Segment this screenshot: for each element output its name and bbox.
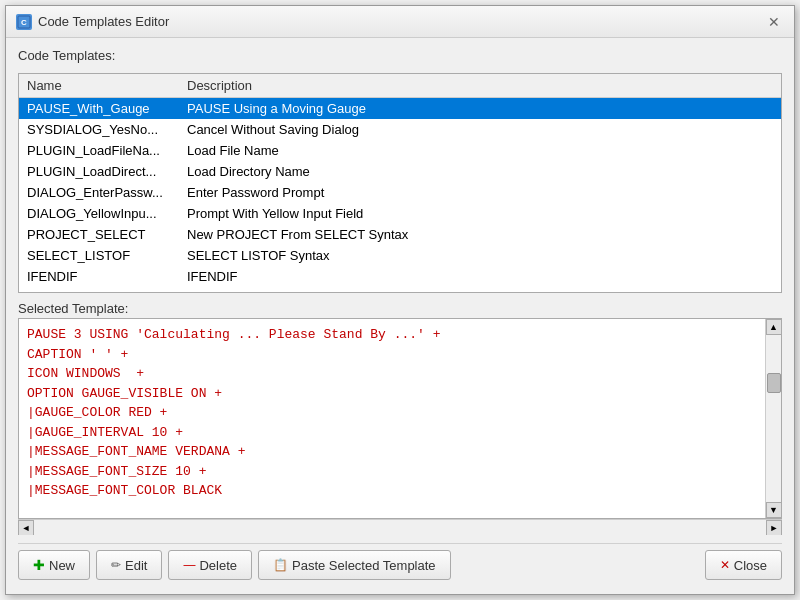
selected-template-section: Selected Template: PAUSE 3 USING 'Calcul… [18, 301, 782, 535]
table-row[interactable]: DIALOG_EnterPassw... Enter Password Prom… [19, 182, 781, 203]
close-button[interactable]: ✕ Close [705, 550, 782, 580]
template-content: PAUSE 3 USING 'Calculating ... Please St… [19, 319, 765, 518]
table-row[interactable]: SYSDIALOG_YesNo... Cancel Without Saving… [19, 119, 781, 140]
dialog-body: Code Templates: Name Description PAUSE_W… [6, 38, 794, 594]
cell-name: PROJECT_SELECT [19, 224, 179, 245]
new-icon: ✚ [33, 557, 45, 573]
cell-name: SELECT_LISTOF [19, 245, 179, 266]
table-header-row: Name Description [19, 74, 781, 98]
cell-desc: New PROJECT From SELECT Syntax [179, 224, 781, 245]
edit-label: Edit [125, 558, 147, 573]
cell-name: DIALOG_EnterPassw... [19, 182, 179, 203]
scroll-down-arrow[interactable]: ▼ [766, 502, 782, 518]
cell-desc: Prompt With Yellow Input Field [179, 203, 781, 224]
scroll-right-arrow[interactable]: ► [766, 520, 782, 536]
col-header-name: Name [19, 74, 179, 98]
table-row[interactable]: IFENDIF IFENDIF [19, 266, 781, 287]
cell-desc: SELECT LISTOF Syntax [179, 245, 781, 266]
paste-label: Paste Selected Template [292, 558, 436, 573]
new-label: New [49, 558, 75, 573]
selected-template-label: Selected Template: [18, 301, 782, 316]
title-bar-left: C Code Templates Editor [16, 14, 169, 30]
close-icon: ✕ [720, 558, 730, 572]
scroll-x-track [34, 520, 766, 535]
table-row[interactable]: PLUGIN_LoadDirect... Load Directory Name [19, 161, 781, 182]
table-row[interactable]: PROJECT_SELECT New PROJECT From SELECT S… [19, 224, 781, 245]
dialog-icon: C [16, 14, 32, 30]
cell-desc: Load File Name [179, 140, 781, 161]
svg-text:C: C [21, 18, 27, 27]
vertical-scrollbar[interactable]: ▲ ▼ [765, 319, 781, 518]
dialog-title: Code Templates Editor [38, 14, 169, 29]
delete-button[interactable]: — Delete [168, 550, 252, 580]
cell-desc: Cancel Without Saving Dialog [179, 119, 781, 140]
dialog-window: C Code Templates Editor ✕ Code Templates… [5, 5, 795, 595]
new-button[interactable]: ✚ New [18, 550, 90, 580]
close-label: Close [734, 558, 767, 573]
templates-table: Name Description PAUSE_With_Gauge PAUSE … [19, 74, 781, 287]
scroll-left-arrow[interactable]: ◄ [18, 520, 34, 536]
templates-table-container: Name Description PAUSE_With_Gauge PAUSE … [18, 73, 782, 293]
cell-desc: Load Directory Name [179, 161, 781, 182]
cell-desc: IFENDIF [179, 266, 781, 287]
cell-name: PLUGIN_LoadDirect... [19, 161, 179, 182]
delete-label: Delete [199, 558, 237, 573]
bottom-buttons: ✚ New ✏ Edit — Delete 📋 Paste Selected T… [18, 543, 782, 584]
edit-icon: ✏ [111, 558, 121, 572]
cell-desc: Enter Password Prompt [179, 182, 781, 203]
scroll-thumb[interactable] [767, 373, 781, 393]
paste-icon: 📋 [273, 558, 288, 572]
edit-button[interactable]: ✏ Edit [96, 550, 162, 580]
delete-icon: — [183, 558, 195, 572]
table-row[interactable]: PAUSE_With_Gauge PAUSE Using a Moving Ga… [19, 98, 781, 120]
col-header-description: Description [179, 74, 781, 98]
cell-name: PLUGIN_LoadFileNa... [19, 140, 179, 161]
horizontal-scrollbar[interactable]: ◄ ► [18, 519, 782, 535]
code-templates-label: Code Templates: [18, 48, 782, 63]
cell-name: IFENDIF [19, 266, 179, 287]
table-row[interactable]: DIALOG_YellowInpu... Prompt With Yellow … [19, 203, 781, 224]
table-row[interactable]: SELECT_LISTOF SELECT LISTOF Syntax [19, 245, 781, 266]
paste-button[interactable]: 📋 Paste Selected Template [258, 550, 451, 580]
cell-name: PAUSE_With_Gauge [19, 98, 179, 120]
template-content-wrapper: PAUSE 3 USING 'Calculating ... Please St… [18, 318, 782, 519]
cell-desc: PAUSE Using a Moving Gauge [179, 98, 781, 120]
window-close-button[interactable]: ✕ [764, 12, 784, 32]
cell-name: DIALOG_YellowInpu... [19, 203, 179, 224]
title-bar: C Code Templates Editor ✕ [6, 6, 794, 38]
table-row[interactable]: PLUGIN_LoadFileNa... Load File Name [19, 140, 781, 161]
scroll-up-arrow[interactable]: ▲ [766, 319, 782, 335]
cell-name: SYSDIALOG_YesNo... [19, 119, 179, 140]
